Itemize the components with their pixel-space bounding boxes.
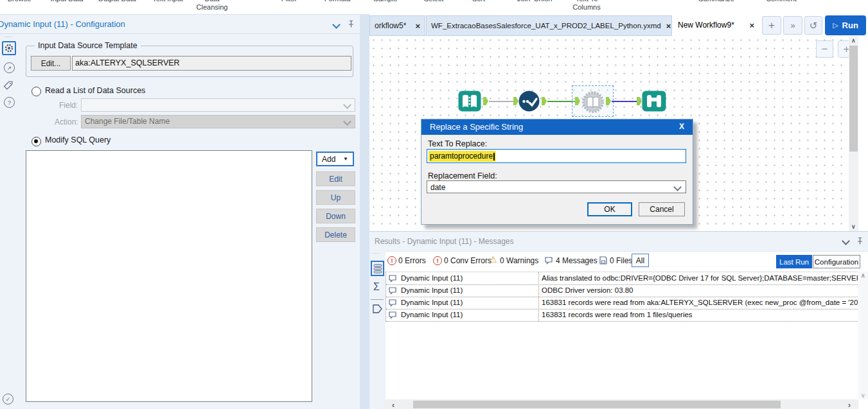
down-button[interactable]: Down (316, 209, 355, 223)
alteryx-designer-window: Browse Input Data Output Data Text Input… (0, 0, 868, 409)
edit-button[interactable]: Edit (316, 171, 355, 186)
text-to-replace-input[interactable]: paramtoprocedure (427, 149, 686, 163)
scrollbar-thumb[interactable] (849, 46, 858, 152)
minus-icon: − (822, 43, 828, 56)
cancel-button[interactable]: Cancel (639, 202, 685, 216)
add-button[interactable]: Add▼ (316, 152, 354, 166)
configuration-tab-icon[interactable] (2, 41, 16, 55)
config-panel-title: Dynamic Input (11) - Configuration (0, 19, 125, 29)
message-row[interactable]: Dynamic Input (11) 163831 records were r… (386, 309, 859, 322)
new-tab-button[interactable]: + (762, 16, 781, 35)
scrollbar-thumb[interactable] (413, 401, 781, 408)
messages-view-icon[interactable] (371, 261, 384, 276)
errors-count[interactable]: 0 Errors (398, 256, 426, 265)
gear-icon (4, 43, 14, 53)
dynamic-input-tool-node[interactable] (581, 90, 605, 114)
modify-sql-label: Modify SQL Query (45, 135, 111, 144)
close-icon[interactable]: × (749, 21, 754, 30)
sigma-icon[interactable]: Σ (373, 281, 380, 293)
messages-count[interactable]: 4 Messages (556, 256, 598, 265)
palette-tool-output-data[interactable]: Output Data (88, 0, 146, 3)
messages-vertical-scrollbar[interactable]: ∧ ∨ (858, 272, 868, 399)
zoom-out-button[interactable]: − (816, 40, 833, 58)
messages-horizontal-scrollbar[interactable]: ‹ › (384, 399, 858, 409)
run-button[interactable]: ▷Run (825, 15, 866, 35)
divider (0, 33, 360, 34)
tag-icon[interactable] (3, 81, 13, 90)
play-icon: ▷ (833, 21, 838, 30)
output-anchor[interactable] (542, 97, 547, 105)
divider (371, 299, 384, 300)
tab-wf-extracao[interactable]: WF_ExtracaoBasesSalesforce_UAT_x_PROD2_L… (426, 15, 672, 36)
message-bubble-icon (388, 286, 397, 295)
navigate-arrow-icon[interactable]: ↗ (4, 62, 15, 73)
palette-tool-data-cleansing[interactable]: DataCleansing (183, 0, 241, 12)
palette-tool-input-data[interactable]: Input Data (38, 0, 96, 3)
configuration-button[interactable]: Configuration (813, 255, 860, 268)
sql-query-listbox[interactable] (26, 150, 312, 402)
canvas-vertical-scrollbar[interactable]: ∧ ∨ (849, 36, 858, 231)
close-icon[interactable]: × (415, 21, 420, 31)
callout-shape-icon[interactable] (372, 304, 383, 314)
text-input-tool-node[interactable] (518, 91, 540, 112)
workflow-canvas[interactable]: − + (369, 36, 858, 231)
files-icon (599, 256, 608, 265)
template-value-field[interactable]: aka:ALTERYX_SQLSERVER (72, 56, 351, 71)
history-button[interactable]: ↺ (804, 16, 822, 35)
history-icon: ↺ (810, 20, 818, 31)
palette-tool-comment[interactable]: Comment (752, 0, 810, 3)
field-label: Field: (59, 101, 78, 110)
warnings-count[interactable]: 0 Warnings (500, 256, 538, 265)
pin-icon[interactable] (856, 237, 864, 245)
replacement-field-dropdown[interactable]: date (427, 180, 686, 193)
palette-tool-summarize[interactable]: Summarize (687, 0, 745, 3)
chevron-down-icon (673, 183, 682, 191)
read-list-radio[interactable] (31, 87, 41, 96)
tab-overflow-button[interactable]: » (783, 16, 802, 35)
results-title: Results - Dynamic Input (11) - Messages (375, 237, 514, 246)
tab-new-workflow9[interactable]: New Workflow9*× (673, 14, 759, 36)
message-row[interactable]: Dynamic Input (11) 163831 records were r… (386, 297, 859, 309)
scroll-up-icon[interactable]: ∧ (861, 272, 865, 279)
close-icon[interactable]: X (679, 122, 684, 131)
pin-icon[interactable] (348, 20, 355, 28)
field-dropdown[interactable] (81, 98, 355, 112)
output-anchor[interactable] (483, 97, 488, 105)
edit-template-button[interactable]: Edit... (31, 56, 71, 71)
all-filter-button[interactable]: All (632, 254, 649, 267)
scroll-down-icon[interactable]: ∨ (851, 223, 856, 230)
delete-button[interactable]: Delete (316, 227, 355, 242)
action-label: Action: (55, 117, 78, 126)
check-circle-icon[interactable]: ✓ (3, 394, 13, 405)
input-data-tool-node[interactable] (458, 91, 481, 112)
message-row[interactable]: Dynamic Input (11) ODBC Driver version: … (386, 284, 859, 297)
input-anchor[interactable] (513, 97, 518, 105)
scroll-left-icon[interactable]: ‹ (392, 401, 394, 409)
message-bubble-icon (388, 299, 397, 308)
collapse-chevron-icon[interactable] (842, 237, 850, 245)
action-dropdown[interactable]: Change File/Table Name (81, 115, 355, 128)
input-anchor[interactable] (637, 97, 642, 105)
last-run-button[interactable]: Last Run (776, 255, 812, 268)
panel-divider[interactable] (360, 14, 369, 409)
files-count[interactable]: 0 Files (610, 256, 632, 265)
conv-errors-count[interactable]: 0 Conv Errors (444, 256, 492, 265)
scroll-up-icon[interactable]: ∧ (851, 37, 856, 44)
browse-tool-node[interactable] (642, 91, 666, 112)
palette-tool-text-to-columns[interactable]: Text ToColumns (558, 0, 616, 12)
close-icon[interactable]: × (666, 21, 671, 31)
messages-table: Dynamic Input (11) Alias translated to o… (385, 272, 859, 322)
ok-button[interactable]: OK (587, 202, 632, 216)
workflow-tab-bar: orkflow5*× WF_ExtracaoBasesSalesforce_UA… (369, 14, 868, 36)
scroll-down-icon[interactable]: ∨ (861, 392, 865, 399)
help-icon[interactable]: ? (4, 97, 15, 108)
scroll-right-icon[interactable]: › (848, 401, 851, 409)
up-button[interactable]: Up (316, 190, 355, 205)
dialog-title-bar[interactable]: Replace a Specific String X (421, 119, 693, 135)
collapse-chevron-icon[interactable] (332, 21, 341, 29)
modify-sql-radio[interactable] (31, 137, 41, 146)
message-row[interactable]: Dynamic Input (11) Alias translated to o… (386, 272, 859, 285)
conv-errors-icon: ! (433, 256, 442, 265)
tab-workflow5[interactable]: orkflow5*× (369, 15, 425, 36)
tool-palette-strip: Browse Input Data Output Data Text Input… (0, 0, 868, 15)
